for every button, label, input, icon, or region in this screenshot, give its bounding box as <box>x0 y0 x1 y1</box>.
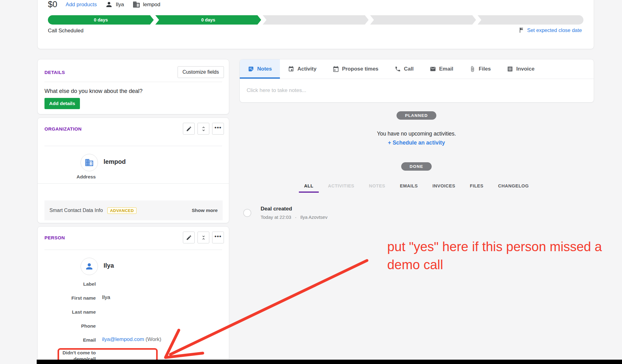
person-icon <box>105 1 113 8</box>
deal-summary-row: $0 Add products Ilya lempod <box>48 0 160 9</box>
tab-label: Files <box>479 66 491 72</box>
email-field-value: ilya@lempod.com (Work) <box>102 336 161 343</box>
pipeline-stage-5[interactable] <box>478 15 583 25</box>
person-icon <box>85 262 94 271</box>
pipeline-stage-3[interactable] <box>263 15 369 25</box>
timeline-filter-tabs: ALL ACTIVITIES NOTES EMAILS INVOICES FIL… <box>239 183 593 193</box>
smart-contact-data-label: Smart Contact Data Info <box>49 208 103 213</box>
person-name[interactable]: Ilya <box>104 262 114 269</box>
note-icon <box>248 66 254 72</box>
filter-tab-emails[interactable]: EMAILS <box>400 183 418 193</box>
timeline-marker-icon <box>243 209 251 217</box>
unfold-more-icon <box>201 126 207 132</box>
paperclip-icon <box>469 66 476 72</box>
filter-tab-files[interactable]: FILES <box>470 183 484 193</box>
schedule-activity-link[interactable]: + Schedule an activity <box>388 140 445 146</box>
stage-duration: 0 days <box>201 17 215 22</box>
filter-tab-changelog[interactable]: CHANGELOG <box>498 183 529 193</box>
ellipsis-icon: ••• <box>215 125 222 133</box>
expand-organization-button[interactable] <box>197 123 209 135</box>
set-expected-close-date-link[interactable]: Set expected close date <box>518 27 582 33</box>
advanced-badge: ADVANCED <box>107 207 137 214</box>
filter-tab-notes[interactable]: NOTES <box>369 183 385 193</box>
done-badge: DONE <box>401 162 432 171</box>
first-name-field-label: First name <box>44 295 96 301</box>
deal-person-name: Ilya <box>116 2 124 8</box>
pipeline-stage-1[interactable]: 0 days <box>48 15 154 25</box>
deal-organization-name: lempod <box>143 2 160 8</box>
details-prompt: What else do you know about the deal? <box>44 88 142 94</box>
timeline-event-meta: Today at 22:03 · Ilya Azovtsev <box>261 214 327 220</box>
deal-person-link[interactable]: Ilya <box>105 1 124 8</box>
pipedrive-deal-page: $0 Add products Ilya lempod 0 days 0 day… <box>0 0 622 364</box>
tab-files[interactable]: Files <box>461 59 499 79</box>
tab-label: Email <box>439 66 453 72</box>
pipeline-stage-2[interactable]: 0 days <box>155 15 261 25</box>
pipeline-stage-4[interactable] <box>370 15 476 25</box>
no-activities-text: You have no upcoming activities. <box>239 131 593 137</box>
collapse-person-button[interactable] <box>197 232 209 243</box>
building-icon <box>132 1 140 8</box>
filter-tab-activities[interactable]: ACTIVITIES <box>328 183 355 193</box>
tab-propose-times[interactable]: Propose times <box>325 59 387 79</box>
person-avatar[interactable] <box>81 258 98 275</box>
address-field-label: Address <box>44 174 96 180</box>
focus-tabs-card: Notes Activity Propose times Call Email … <box>239 59 594 103</box>
deal-summary-card: $0 Add products Ilya lempod 0 days 0 day… <box>37 0 594 49</box>
tab-activity[interactable]: Activity <box>280 59 324 79</box>
pipeline-progress-bar: 0 days 0 days <box>48 15 583 25</box>
tab-label: Notes <box>257 66 272 72</box>
email-type-label: (Work) <box>146 336 161 342</box>
set-close-date-label: Set expected close date <box>527 27 582 33</box>
notes-input[interactable]: Click here to take notes... <box>247 79 587 102</box>
propose-calendar-icon <box>333 66 339 72</box>
add-products-link[interactable]: Add products <box>66 2 97 8</box>
deal-organization-link[interactable]: lempod <box>132 1 160 8</box>
checkered-flag-icon <box>518 27 525 33</box>
envelope-icon <box>430 66 436 72</box>
done-section: DONE <box>239 162 593 171</box>
deal-value: $0 <box>48 0 57 9</box>
pencil-icon <box>186 235 192 241</box>
person-more-options-button[interactable]: ••• <box>212 232 224 243</box>
organization-name[interactable]: lempod <box>104 158 126 165</box>
email-link[interactable]: ilya@lempod.com <box>102 336 144 342</box>
unfold-less-icon <box>201 235 207 241</box>
add-details-button[interactable]: Add details <box>44 98 80 109</box>
tab-email[interactable]: Email <box>422 59 461 79</box>
timeline-event-title: Deal created <box>261 206 292 212</box>
organization-more-options-button[interactable]: ••• <box>212 123 224 135</box>
planned-badge: PLANNED <box>397 111 436 120</box>
edit-organization-button[interactable] <box>183 123 195 135</box>
details-panel: DETAILS Customize fields What else do yo… <box>37 59 229 114</box>
tab-label: Call <box>404 66 414 72</box>
pencil-icon <box>186 126 192 132</box>
organization-panel: ORGANIZATION ••• lempod Address Smart Co… <box>37 117 229 223</box>
filter-tab-invoices[interactable]: INVOICES <box>433 183 455 193</box>
timeline-event-time: Today at 22:03 <box>261 214 291 220</box>
tab-notes[interactable]: Notes <box>240 59 280 79</box>
edit-person-button[interactable] <box>183 232 195 243</box>
tab-call[interactable]: Call <box>387 59 422 79</box>
meta-separator: · <box>295 214 296 220</box>
tab-invoice[interactable]: Invoice <box>499 59 543 79</box>
phone-field-label: Phone <box>44 323 96 329</box>
bottom-black-bar <box>37 360 622 364</box>
last-name-field-label: Last name <box>44 309 96 315</box>
building-icon <box>85 158 94 167</box>
timeline-event-author: Ilya Azovtsev <box>300 214 327 220</box>
show-more-link[interactable]: Show more <box>192 208 218 213</box>
tab-label: Invoice <box>516 66 535 72</box>
customize-fields-button[interactable]: Customize fields <box>178 66 224 78</box>
email-field-label: Email <box>44 337 96 343</box>
organization-avatar[interactable] <box>81 154 98 171</box>
stage-duration: 0 days <box>94 17 108 22</box>
phone-icon <box>395 66 401 72</box>
calendar-icon <box>288 66 294 72</box>
person-panel-title: PERSON <box>44 235 65 240</box>
tab-label: Propose times <box>342 66 378 72</box>
label-field-label: Label <box>44 281 96 287</box>
divider <box>44 82 222 82</box>
filter-tab-all[interactable]: ALL <box>304 183 313 193</box>
annotation-text: put "yes" here if this person missed a d… <box>387 238 622 274</box>
